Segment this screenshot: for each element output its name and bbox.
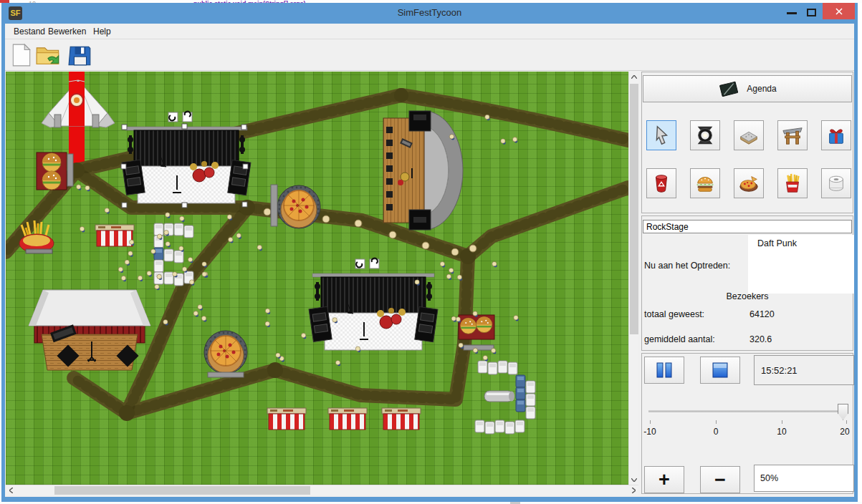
menu-bar: Bestand Bewerken Help xyxy=(5,24,854,39)
bench[interactable] xyxy=(271,185,277,226)
market-stall[interactable] xyxy=(267,408,306,430)
open-file-icon xyxy=(35,42,61,68)
amphitheater-stage[interactable] xyxy=(383,111,463,230)
burger-icon xyxy=(694,173,716,194)
bench[interactable] xyxy=(208,372,244,377)
scroll-up-arrow[interactable] xyxy=(629,72,639,82)
title-bar[interactable]: SF SimFestTycoon xyxy=(1,3,858,24)
tool-pizza-button[interactable] xyxy=(734,168,764,198)
map-vertical-scrollbar[interactable] xyxy=(628,72,638,485)
generator[interactable] xyxy=(484,391,514,402)
stage-name-input[interactable] xyxy=(643,220,852,233)
market-stall[interactable] xyxy=(328,408,367,430)
tool-fries-button[interactable] xyxy=(777,168,808,198)
app-window: SF SimFestTycoon Bestand Bewerken Help xyxy=(1,3,858,502)
slider-tick-minus10: -10 xyxy=(638,427,662,437)
save-icon xyxy=(68,42,92,68)
open-file-button[interactable] xyxy=(35,42,61,69)
second-stage[interactable] xyxy=(309,258,438,350)
toolbar xyxy=(5,40,854,71)
market-stall[interactable] xyxy=(95,225,134,246)
save-button[interactable] xyxy=(68,42,94,69)
tool-present-button[interactable] xyxy=(821,120,851,150)
maximize-button[interactable] xyxy=(807,9,816,16)
agenda-button[interactable]: Agenda xyxy=(643,75,852,102)
tool-trash-button[interactable] xyxy=(646,168,676,198)
burger-stand-2[interactable] xyxy=(459,315,494,339)
scroll-right-arrow[interactable] xyxy=(628,485,638,495)
menu-help[interactable]: Help xyxy=(90,26,114,37)
agenda-book-icon xyxy=(718,80,739,97)
window-title: SimFestTycoon xyxy=(1,7,858,18)
new-file-icon xyxy=(9,42,34,68)
bench[interactable] xyxy=(67,154,73,186)
pizza-stand[interactable] xyxy=(277,185,320,228)
clock-display: 15:52:21 xyxy=(754,355,854,385)
tool-select-button[interactable] xyxy=(646,120,676,150)
scroll-down-arrow[interactable] xyxy=(629,475,639,485)
now-performing-value: Daft Punk xyxy=(757,238,797,248)
tool-stage-button[interactable] xyxy=(690,120,720,150)
tool-path-button[interactable] xyxy=(734,120,764,150)
pause-icon xyxy=(655,362,674,379)
pizza-icon xyxy=(738,173,760,194)
zoom-in-button[interactable]: + xyxy=(644,466,684,493)
stop-icon xyxy=(711,362,729,379)
horizontal-scroll-thumb[interactable] xyxy=(54,486,310,495)
now-performing-label: Nu aan het Optreden: xyxy=(644,261,730,271)
minimize-button[interactable] xyxy=(787,12,797,14)
agenda-label: Agenda xyxy=(747,84,776,94)
entrance-gate-icon xyxy=(782,125,803,146)
tool-burger-button[interactable] xyxy=(690,168,720,198)
stat-average-label: gemiddeld aantal: xyxy=(644,334,715,344)
speed-slider-track[interactable] xyxy=(648,410,848,413)
zoom-out-button[interactable]: − xyxy=(700,466,740,493)
cursor-icon xyxy=(651,125,672,146)
window-border xyxy=(1,497,858,502)
new-file-button[interactable] xyxy=(9,42,35,69)
close-icon xyxy=(835,7,843,16)
festival-map-canvas[interactable] xyxy=(6,72,628,485)
window-border xyxy=(854,24,858,497)
tool-toilet-button[interactable] xyxy=(821,168,851,198)
entrance-tent[interactable] xyxy=(42,80,115,127)
stop-button[interactable] xyxy=(700,357,740,384)
curtain-stage[interactable] xyxy=(29,290,150,370)
pizza-stand-2[interactable] xyxy=(204,331,247,374)
menu-bestand[interactable]: Bestand xyxy=(11,26,48,37)
zoom-level-field[interactable]: 50% xyxy=(754,465,854,492)
spotlight-icon xyxy=(694,125,716,146)
present-icon xyxy=(825,125,847,146)
toilet-paper-icon xyxy=(825,173,847,194)
pause-button[interactable] xyxy=(644,357,684,384)
stat-total-label: totaal geweest: xyxy=(644,309,704,319)
map-horizontal-scrollbar[interactable] xyxy=(6,485,638,495)
bench[interactable] xyxy=(464,345,494,350)
trash-can-icon xyxy=(651,173,672,194)
slider-tick-20: 20 xyxy=(833,427,857,437)
slider-tick-0: 0 xyxy=(704,427,728,437)
vertical-scroll-thumb[interactable] xyxy=(630,84,638,334)
path-tile-icon xyxy=(738,125,760,146)
burger-stand[interactable] xyxy=(37,152,67,190)
fries-icon xyxy=(782,173,803,194)
stat-total-value: 64120 xyxy=(750,309,775,319)
visitors-title: Bezoekers xyxy=(641,291,853,301)
menu-bewerken[interactable]: Bewerken xyxy=(45,26,89,37)
market-stall[interactable] xyxy=(382,408,421,430)
now-performing-box: Daft Punk xyxy=(748,235,854,294)
scroll-left-arrow[interactable] xyxy=(6,485,16,495)
tool-entrance-button[interactable] xyxy=(777,120,808,150)
close-button[interactable] xyxy=(823,3,855,19)
slider-tick-10: 10 xyxy=(770,427,794,437)
window-border xyxy=(1,24,5,497)
stat-average-value: 320.6 xyxy=(750,334,772,344)
